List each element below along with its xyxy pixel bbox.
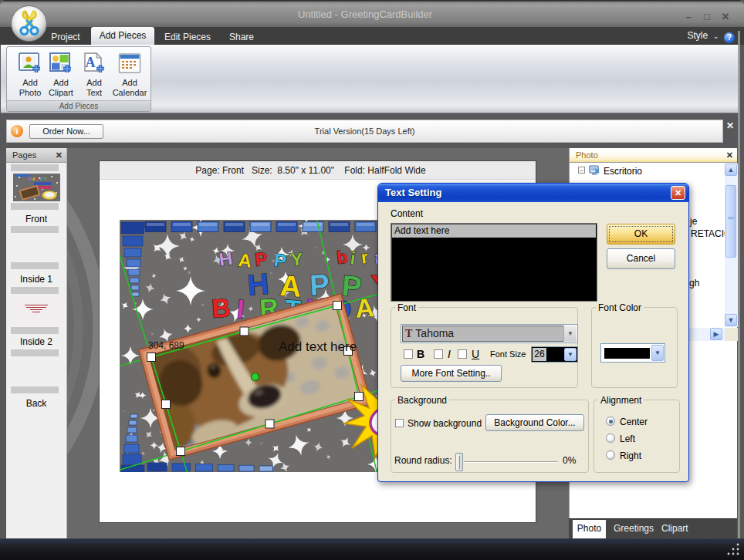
svg-text:H: H — [29, 177, 32, 181]
svg-text:A: A — [237, 249, 252, 272]
svg-text:B: B — [211, 292, 232, 323]
svg-text:Add text here: Add text here — [279, 339, 357, 354]
svg-text:Y: Y — [289, 248, 303, 270]
svg-text:304, 689: 304, 689 — [148, 340, 184, 351]
svg-text:A: A — [86, 55, 96, 70]
svg-text:A: A — [354, 292, 375, 323]
svg-text:P: P — [254, 248, 268, 270]
svg-text:A: A — [32, 177, 36, 181]
svg-text:b: b — [336, 247, 349, 268]
